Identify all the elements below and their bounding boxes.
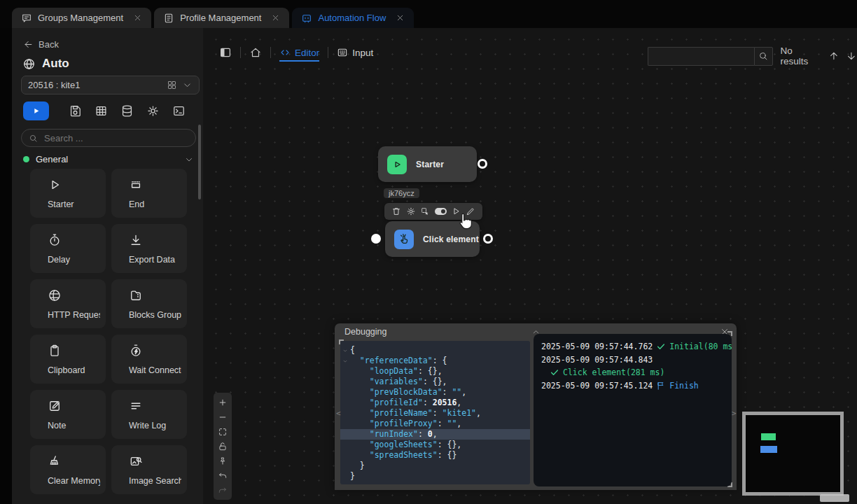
debug-json-tree[interactable]: { "referenceData": { "loopData": {}, "va… bbox=[340, 341, 530, 484]
tab-editor[interactable]: Editor bbox=[279, 47, 319, 62]
block-delay[interactable]: Delay bbox=[30, 224, 106, 273]
toggle-enabled[interactable] bbox=[435, 208, 447, 215]
redo-icon[interactable] bbox=[214, 483, 232, 498]
gear-icon[interactable] bbox=[146, 104, 160, 118]
block-label: Export Data bbox=[129, 255, 181, 265]
save-icon[interactable] bbox=[69, 104, 82, 118]
pin-icon[interactable] bbox=[214, 454, 232, 468]
pencil-icon[interactable] bbox=[466, 206, 475, 216]
block-image-search[interactable]: Image Search bbox=[111, 445, 187, 494]
close-icon[interactable] bbox=[396, 13, 405, 22]
tab-input[interactable]: Input bbox=[337, 47, 373, 58]
home-icon[interactable] bbox=[249, 46, 262, 59]
json-line[interactable]: "loopData": {}, bbox=[340, 366, 530, 377]
block-export-data[interactable]: Export Data bbox=[111, 224, 187, 273]
toggle-sidebar-icon[interactable] bbox=[219, 46, 232, 59]
clipboard-icon bbox=[48, 344, 62, 358]
block-http-request[interactable]: HTTP Request bbox=[30, 279, 106, 328]
minus-icon[interactable] bbox=[214, 410, 232, 424]
flow-canvas[interactable]: Editor Input No results Starter jk76ycz bbox=[203, 28, 857, 504]
json-line[interactable]: "prevBlockData": "", bbox=[340, 387, 530, 398]
tab-profile-management[interactable]: Profile Management bbox=[154, 8, 289, 28]
play-outline-icon[interactable] bbox=[451, 206, 461, 216]
table-icon[interactable] bbox=[95, 104, 108, 118]
close-icon[interactable] bbox=[271, 13, 280, 22]
back-button[interactable]: Back bbox=[23, 39, 59, 50]
block-starter[interactable]: Starter bbox=[30, 169, 106, 218]
play-filled-icon[interactable] bbox=[23, 102, 49, 120]
log-entry: 2025-05-09 09:57:44.762Initial(80 ms) bbox=[541, 340, 732, 354]
port-click-out[interactable] bbox=[483, 234, 493, 244]
database-icon[interactable] bbox=[120, 104, 134, 118]
block-label: Write Log bbox=[129, 421, 181, 430]
editor-label: Editor bbox=[295, 48, 319, 58]
starter-play-icon bbox=[387, 155, 407, 174]
block-label: Image Search bbox=[129, 476, 181, 486]
block-note[interactable]: Note bbox=[30, 390, 106, 439]
canvas-search-button[interactable] bbox=[754, 47, 773, 66]
json-line[interactable]: "referenceData": { bbox=[340, 356, 530, 366]
tab-automation-flow[interactable]: Automation Flow bbox=[292, 8, 414, 28]
tree-expand-icon[interactable] bbox=[340, 358, 350, 364]
block-clear-memory[interactable]: Clear Memory bbox=[30, 445, 106, 494]
block-label: Blocks Group bbox=[129, 310, 181, 320]
fit-icon[interactable] bbox=[214, 424, 232, 439]
lock-open-icon[interactable] bbox=[214, 439, 232, 454]
debug-panel: Debugging { "referenceData": { "loopData… bbox=[335, 323, 737, 490]
undo-icon[interactable] bbox=[214, 468, 232, 483]
node-click-label: Click element bbox=[423, 234, 479, 244]
block-write-log[interactable]: Write Log bbox=[111, 390, 187, 439]
code-icon bbox=[279, 47, 291, 58]
tab-groups-management[interactable]: Groups Management bbox=[12, 8, 151, 28]
end-gate-icon bbox=[129, 178, 143, 192]
json-line[interactable]: "variables": {}, bbox=[340, 377, 530, 387]
sidebar-scrollbar[interactable] bbox=[198, 125, 201, 200]
plus-icon[interactable] bbox=[214, 395, 232, 410]
close-icon[interactable] bbox=[133, 13, 142, 22]
json-line[interactable]: "profileProxy": "", bbox=[340, 419, 530, 429]
json-line[interactable]: "profileId": 20516, bbox=[340, 398, 530, 408]
block-label: Wait Connecti... bbox=[129, 365, 181, 375]
node-starter[interactable]: Starter bbox=[378, 146, 477, 182]
doc-icon bbox=[163, 13, 174, 24]
log-entry: 2025-05-09 09:57:44.843 bbox=[541, 354, 732, 367]
gear-icon[interactable] bbox=[406, 206, 416, 216]
duplicate-icon[interactable] bbox=[420, 206, 430, 216]
canvas-search-input[interactable] bbox=[648, 48, 754, 65]
port-starter-out[interactable] bbox=[478, 159, 487, 169]
profile-select[interactable]: 20516 : kite1 bbox=[21, 76, 200, 94]
scrollbar-corner[interactable] bbox=[820, 494, 849, 502]
node-click-element[interactable]: Click element bbox=[385, 221, 480, 257]
json-line[interactable]: { bbox=[340, 345, 530, 356]
json-line[interactable]: } bbox=[340, 461, 530, 471]
section-general[interactable]: General bbox=[23, 154, 194, 164]
json-line[interactable]: "profileName": "kite1", bbox=[340, 408, 530, 419]
trash-icon[interactable] bbox=[391, 206, 401, 216]
json-line[interactable]: } bbox=[340, 471, 530, 482]
json-line[interactable]: "spreadSheets": {} bbox=[340, 450, 530, 461]
block-search-input[interactable] bbox=[43, 132, 188, 144]
profile-select-value: 20516 : kite1 bbox=[28, 80, 80, 90]
block-blocks-group[interactable]: Blocks Group bbox=[111, 279, 187, 328]
arrow-up-icon[interactable] bbox=[828, 50, 839, 62]
json-line[interactable]: "runIndex": 0, bbox=[340, 429, 530, 440]
flow-minimap[interactable] bbox=[742, 412, 844, 496]
sidebar: Back Auto 20516 : kite1 General StarterE… bbox=[12, 28, 203, 504]
port-click-in[interactable] bbox=[371, 234, 381, 244]
block-clipboard[interactable]: Clipboard bbox=[30, 335, 106, 384]
timer-icon bbox=[48, 233, 62, 247]
panel-left-chevron[interactable]: < bbox=[336, 409, 341, 418]
arrow-down-icon[interactable] bbox=[846, 50, 857, 62]
json-line[interactable]: "googleSheets": {}, bbox=[340, 440, 530, 450]
node-id-badge: jk76ycz bbox=[384, 188, 419, 198]
chevron-down-icon bbox=[184, 155, 194, 164]
terminal-icon[interactable] bbox=[172, 104, 186, 118]
block-end[interactable]: End bbox=[111, 169, 187, 218]
write-lines-icon bbox=[129, 399, 143, 413]
panel-right-chevron[interactable]: > bbox=[732, 409, 737, 418]
tree-expand-icon[interactable] bbox=[340, 348, 350, 354]
block-palette: StarterEndDelayExport DataHTTP RequestBl… bbox=[30, 169, 187, 494]
play-outline-icon bbox=[48, 178, 62, 192]
search-icon bbox=[758, 51, 768, 61]
block-wait-connecti-[interactable]: Wait Connecti... bbox=[111, 335, 187, 384]
